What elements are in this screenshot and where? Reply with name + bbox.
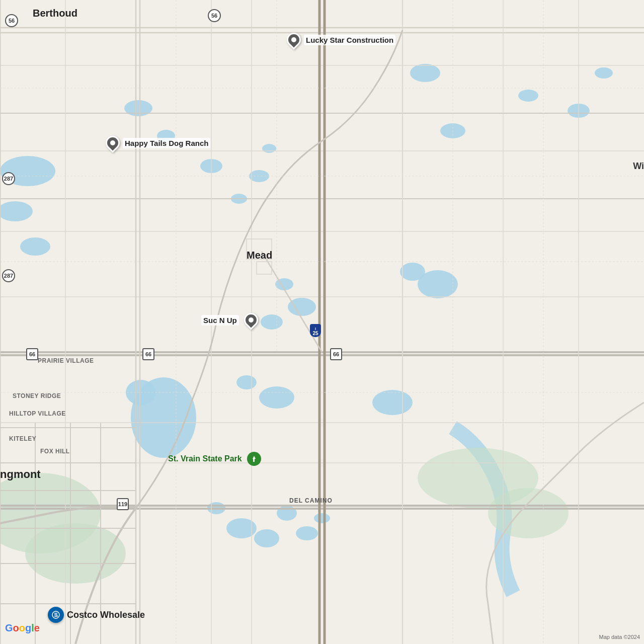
happy-tails-pin-dot-inner: [110, 140, 115, 145]
map-container: Berthoud Mead ngmont FOX HILL PRAIRIE VI…: [0, 0, 644, 644]
google-logo-g: G: [5, 622, 13, 634]
svg-point-1: [0, 201, 33, 221]
svg-rect-68: [247, 239, 272, 259]
st-vrain-label: St. Vrain State Park: [166, 453, 244, 464]
svg-point-11: [518, 90, 538, 102]
costco-icon: [48, 607, 64, 623]
lucky-star-pin[interactable]: Lucky Star Construction: [287, 33, 395, 47]
google-logo-o1: o: [13, 622, 19, 634]
svg-point-2: [20, 237, 50, 256]
map-svg: [0, 0, 644, 644]
svg-point-18: [261, 314, 283, 330]
google-logo-o2: o: [19, 622, 25, 634]
svg-point-15: [418, 270, 458, 298]
svg-point-7: [262, 144, 276, 153]
lucky-star-pin-dot-inner: [291, 37, 296, 42]
google-logo: G o o g l e: [5, 622, 40, 634]
suc-n-up-pin-dot-wrapper: [244, 313, 258, 327]
google-logo-e: e: [34, 622, 40, 634]
svg-point-22: [259, 386, 294, 409]
shield-us56-topcenter: 56: [208, 9, 221, 22]
svg-point-9: [410, 64, 440, 82]
svg-point-13: [595, 67, 613, 78]
lucky-star-pin-dot-wrapper: [287, 33, 301, 47]
shield-us56-topleft: 56: [5, 14, 18, 27]
svg-point-17: [288, 298, 316, 316]
shield-interstate-num-text: 25: [312, 331, 318, 336]
shield-co119: 119: [117, 498, 129, 510]
svg-point-33: [488, 488, 569, 538]
shield-i25: I 25: [310, 324, 321, 337]
svg-point-3: [124, 100, 152, 116]
svg-point-31: [25, 523, 126, 584]
shield-co66-mid: 66: [142, 348, 154, 360]
st-vrain-park-icon: [247, 452, 261, 466]
happy-tails-pin[interactable]: Happy Tails Dog Ranch: [106, 136, 210, 150]
costco-pin[interactable]: Costco Wholesale: [48, 607, 145, 623]
svg-point-28: [296, 526, 318, 540]
svg-point-21: [372, 390, 413, 415]
suc-n-up-label: Suc N Up: [201, 315, 239, 326]
happy-tails-pin-dot-wrapper: [106, 136, 120, 150]
costco-label: Costco Wholesale: [67, 610, 145, 620]
shield-co66-left: 66: [26, 348, 38, 360]
suc-n-up-pin[interactable]: Suc N Up: [201, 313, 258, 327]
lucky-star-label: Lucky Star Construction: [304, 35, 395, 45]
shield-co66-right: 66: [330, 348, 342, 360]
happy-tails-label: Happy Tails Dog Ranch: [123, 138, 210, 148]
google-logo-g2: g: [25, 622, 31, 634]
shield-interstate-top-text: I: [315, 327, 316, 331]
shield-us287-upper: 287: [2, 172, 15, 185]
svg-point-29: [314, 513, 330, 523]
suc-n-up-pin-dot-inner: [249, 317, 254, 323]
st-vrain-pin[interactable]: St. Vrain State Park: [166, 452, 261, 466]
shield-us287-mid: 287: [2, 269, 15, 282]
svg-point-24: [226, 518, 257, 538]
map-credit: Map data ©2024: [599, 634, 640, 640]
svg-point-23: [236, 375, 257, 389]
svg-point-25: [254, 529, 279, 547]
